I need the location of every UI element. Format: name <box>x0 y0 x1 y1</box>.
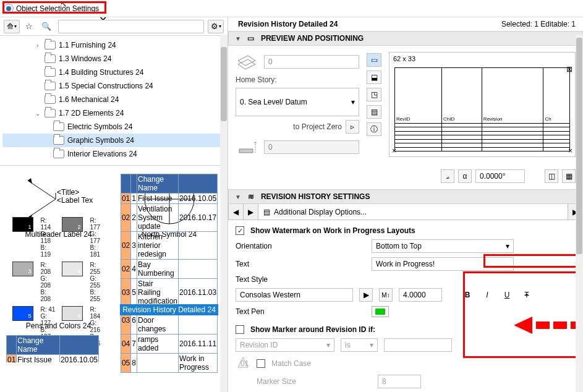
preview-revision-history[interactable]: Change Name 011First Issue2016.10.05 022… <box>123 245 216 302</box>
section-preview-header[interactable]: ▼ ▭ PREVIEW AND POSITIONING <box>228 31 583 46</box>
tree-label: 1.3 Windows 24 <box>59 54 111 63</box>
tree-label: 1.4 Building Structures 24 <box>59 68 143 77</box>
elevation-field: 0 <box>264 140 359 154</box>
bbox-icon <box>236 52 260 72</box>
font-size-icon: M↕ <box>379 288 393 302</box>
folder-icon <box>53 150 64 158</box>
project-zero-label: to Project Zero <box>293 122 342 131</box>
help-button[interactable]: ? <box>99 0 576 2</box>
marker-op-select[interactable]: is▾ <box>341 338 378 352</box>
tree-item[interactable]: › 1.1 Furnishing 24 <box>2 38 225 52</box>
marker-checkbox[interactable] <box>236 325 244 334</box>
view-side-button[interactable]: ▤ <box>367 105 381 119</box>
section-revision-header[interactable]: ▼ ≋ REVISION HISTORY SETTINGS <box>228 189 583 204</box>
svg-text:<Label Text>: <Label Text> <box>57 196 93 205</box>
project-zero-button[interactable]: ▹ <box>346 120 359 134</box>
orientation-label: Orientation <box>236 242 365 250</box>
tree-label: Graphic Symbols 24 <box>67 136 134 145</box>
pen-swatch: 2 <box>62 217 83 232</box>
italic-button[interactable]: I <box>480 288 494 302</box>
rotate-icon: α <box>458 169 472 183</box>
view-front-button[interactable]: ⬓ <box>367 70 381 84</box>
svg-marker-11 <box>238 56 255 66</box>
dim-field[interactable]: 0 <box>264 55 359 69</box>
markersize-input[interactable]: 8 <box>378 375 421 388</box>
font-size-input[interactable]: 4.0000 <box>399 288 442 302</box>
home-story-select[interactable]: 0. Sea Level/ Datum▾ <box>236 88 359 116</box>
app-icon <box>4 4 14 14</box>
marker-field-select[interactable]: Revision ID▾ <box>236 338 334 352</box>
svg-marker-10 <box>238 59 255 69</box>
window-title: Object Selection Settings <box>16 4 99 13</box>
folder-nav-button[interactable]: ⟰▾ <box>4 20 20 33</box>
tree-item[interactable]: 1.6 Mechanical 24 <box>2 93 225 106</box>
view-3d-button[interactable]: ◳ <box>367 88 381 101</box>
canvas-col: Ch <box>543 68 570 124</box>
home-story-label: Home Story: <box>236 75 359 84</box>
param-next-button[interactable]: ▶ <box>244 204 258 219</box>
tree-label: 1.7 2D Elements 24 <box>59 109 124 117</box>
watermark-label: Show Watermark on Work in Progress Layou… <box>250 226 415 235</box>
param-prev-button[interactable]: ◀ <box>229 204 244 219</box>
pen-values: R: 255G: 255B: 255 <box>90 262 105 302</box>
selection-status: Selected: 1 Editable: 1 <box>501 20 576 28</box>
pen-swatch: 1 <box>12 217 33 232</box>
mirror-h-button[interactable]: ◫ <box>545 169 558 183</box>
preview-pens[interactable]: 1R: 114G: 118B: 1192R: 177G: 177B: 1813R… <box>12 245 105 319</box>
font-input[interactable]: Consolas Western <box>236 288 353 302</box>
preview-extra[interactable]: Change Name 01First Issue2016.10.05 02Ve… <box>6 335 99 362</box>
text-label: Text <box>236 260 365 268</box>
matchcase-checkbox[interactable] <box>257 359 265 368</box>
text-input[interactable]: Work in Progress! <box>372 257 514 271</box>
param-page-label[interactable]: ▤ Additional Display Options... <box>258 208 568 216</box>
tree-item[interactable]: ⌄ 1.7 2D Elements 24 <box>2 106 225 120</box>
pen-preview[interactable] <box>372 306 389 317</box>
orientation-select[interactable]: Bottom to Top▾ <box>372 239 514 253</box>
matchcase-label: Match Case <box>271 359 311 368</box>
tree-item[interactable]: 1.5 Special Constructions 24 <box>2 79 225 93</box>
svg-text:01: 01 <box>240 359 249 368</box>
angle-input[interactable]: 0.0000° <box>475 169 525 183</box>
tree-item[interactable]: 1.4 Building Structures 24 <box>2 66 225 79</box>
scrollbar[interactable] <box>576 35 583 392</box>
pen-values: R: 114G: 118B: 119 <box>41 217 56 258</box>
object-name: Revision History Detailed 24 <box>238 20 338 28</box>
preview-icon: ▭ <box>246 34 256 43</box>
folder-icon <box>45 41 56 49</box>
svg-rect-12 <box>239 149 253 153</box>
marker-value-input[interactable] <box>384 338 452 352</box>
chevron-down-icon: ▼ <box>235 194 241 200</box>
preview-label: Pens and Colors 24 <box>26 322 91 330</box>
canvas-size-label: 62 x 33 <box>393 55 415 62</box>
tree-item[interactable]: Electric Symbols 24 <box>2 120 225 134</box>
bold-button[interactable]: B <box>461 288 474 302</box>
pen-swatch: 3 <box>12 262 33 276</box>
tree-label: 1.5 Special Constructions 24 <box>59 82 153 90</box>
folder-icon <box>45 95 56 104</box>
mirror-grid-button[interactable]: ▦ <box>562 169 576 183</box>
tree-item[interactable]: Graphic Symbols 24 <box>2 134 225 147</box>
tree-item[interactable]: Interior Elevations 24 <box>2 147 225 161</box>
settings-button[interactable]: ⚙▾ <box>208 20 224 33</box>
textstyle-label: Text Style <box>236 275 365 284</box>
canvas-col: Revision <box>482 68 543 124</box>
watermark-checkbox[interactable]: ✓ <box>236 226 244 235</box>
tree-label: Electric Symbols 24 <box>67 122 132 131</box>
tree-item[interactable]: 1.3 Windows 24 <box>2 52 225 66</box>
underline-button[interactable]: U <box>500 288 514 302</box>
pen-swatch: 4 <box>62 262 83 276</box>
favorite-button[interactable]: ☆ <box>21 20 37 33</box>
font-play-button[interactable]: ▶ <box>359 288 373 302</box>
scrollbar[interactable] <box>220 35 228 392</box>
chevron-down-icon: ▼ <box>235 35 241 42</box>
strike-button[interactable]: Ŧ <box>520 288 534 302</box>
elevation-icon <box>236 137 260 157</box>
view-top-button[interactable]: ▭ <box>367 53 381 67</box>
pen-values: R: 208G: 208B: 208 <box>41 262 56 302</box>
cursor-icon: ↖ <box>60 0 67 9</box>
preview-canvas[interactable]: 62 x 33 ⊠ × × RevIDChIDRevisionCh <box>389 52 576 157</box>
tree-label: 1.6 Mechanical 24 <box>59 95 119 104</box>
search-input[interactable] <box>58 20 204 33</box>
markersize-label: Marker Size <box>257 377 372 386</box>
info-button[interactable]: ⓘ <box>367 122 381 136</box>
